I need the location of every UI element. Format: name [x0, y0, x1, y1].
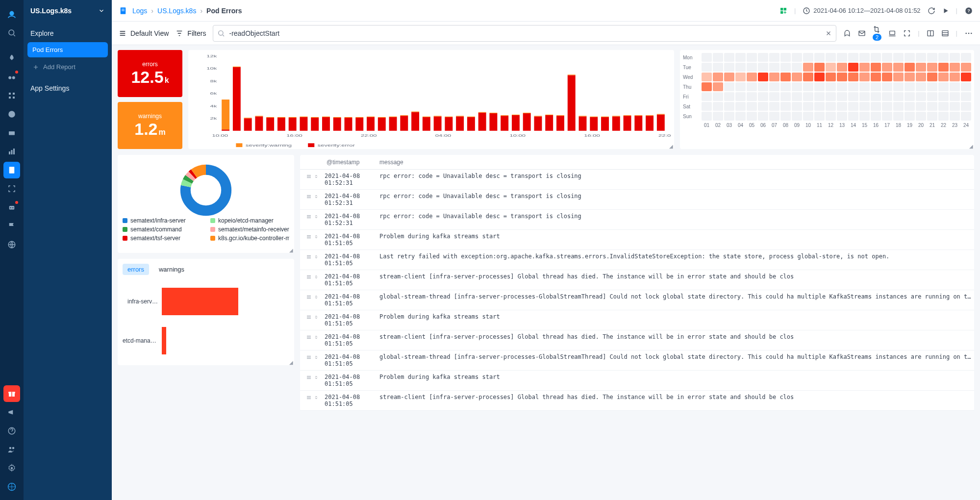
heatmap-cell[interactable]	[882, 92, 892, 101]
drag-icon[interactable]	[306, 375, 312, 380]
heatmap-cell[interactable]	[848, 102, 858, 111]
heatmap-cell[interactable]	[938, 73, 949, 81]
heatmap-cell[interactable]	[882, 63, 892, 72]
heatmap-cell[interactable]	[826, 82, 836, 91]
heatmap-cell[interactable]	[848, 112, 858, 121]
heatmap-cell[interactable]	[837, 102, 847, 111]
kpi-errors[interactable]: errors 12.5k	[118, 50, 182, 97]
heatmap-cell[interactable]	[837, 73, 847, 81]
heatmap-cell[interactable]	[905, 112, 915, 121]
legend-item[interactable]: sematext/command	[123, 226, 201, 233]
log-row[interactable]: 2021-04-0801:51:05 global-stream-thread …	[300, 350, 974, 371]
heatmap-cell[interactable]	[724, 73, 734, 81]
heatmap-cell[interactable]	[769, 82, 779, 91]
heatmap-cell[interactable]	[826, 92, 836, 101]
heatmap-cell[interactable]	[758, 53, 768, 62]
heatmap-cell[interactable]	[916, 73, 926, 81]
heatmap-cell[interactable]	[724, 53, 734, 62]
heatmap-cell[interactable]	[938, 82, 949, 91]
tab-warnings[interactable]: warnings	[154, 264, 189, 275]
heatmap-cell[interactable]	[882, 82, 892, 91]
heatmap-cell[interactable]	[724, 82, 734, 91]
heatmap-cell[interactable]	[893, 73, 904, 81]
play-icon[interactable]	[942, 7, 949, 14]
expand-icon[interactable]	[314, 234, 319, 240]
heatmap-cell[interactable]	[950, 53, 960, 62]
heatmap-cell[interactable]	[803, 53, 813, 62]
expand-icon[interactable]	[314, 254, 319, 260]
heatmap-cell[interactable]	[837, 63, 847, 72]
heatmap-cell[interactable]	[893, 82, 904, 91]
heatmap-cell[interactable]	[882, 102, 892, 111]
hbar-row[interactable]: infra-serv…	[123, 282, 289, 321]
heatmap-cell[interactable]	[735, 73, 746, 81]
heatmap-cell[interactable]	[826, 102, 836, 111]
fullscreen-icon[interactable]	[903, 29, 911, 37]
drag-icon[interactable]	[306, 314, 312, 320]
heatmap-cell[interactable]	[859, 102, 870, 111]
heatmap-cell[interactable]	[735, 92, 746, 101]
layout-list-icon[interactable]	[941, 29, 949, 37]
heatmap-cell[interactable]	[747, 92, 757, 101]
drag-icon[interactable]	[306, 174, 312, 179]
heatmap-cell[interactable]	[927, 102, 937, 111]
heatmap-cell[interactable]	[702, 73, 712, 81]
heatmap-cell[interactable]	[882, 53, 892, 62]
heatmap-cell[interactable]	[927, 53, 937, 62]
heatmap-cell[interactable]	[916, 53, 926, 62]
heatmap-cell[interactable]	[961, 63, 971, 72]
drag-icon[interactable]	[306, 254, 312, 260]
heatmap-cell[interactable]	[938, 102, 949, 111]
heatmap-cell[interactable]	[780, 73, 791, 81]
heatmap-cell[interactable]	[893, 92, 904, 101]
heatmap-cell[interactable]	[713, 112, 723, 121]
heatmap-cell[interactable]	[747, 112, 757, 121]
heatmap-cell[interactable]	[938, 92, 949, 101]
logo-icon[interactable]	[3, 6, 20, 23]
heatmap-cell[interactable]	[826, 63, 836, 72]
tab-errors[interactable]: errors	[123, 264, 149, 275]
mail-icon[interactable]	[858, 29, 866, 37]
heatmap-cell[interactable]	[848, 73, 858, 81]
heatmap-cell[interactable]	[769, 102, 779, 111]
resize-handle-icon[interactable]: ◢	[289, 360, 293, 365]
scan-icon[interactable]	[3, 180, 20, 197]
resize-handle-icon[interactable]: ◢	[289, 248, 293, 253]
heatmap-cell[interactable]	[702, 53, 712, 62]
heatmap-cell[interactable]	[803, 102, 813, 111]
heatmap-cell[interactable]	[905, 73, 915, 81]
drag-icon[interactable]	[306, 354, 312, 360]
drag-icon[interactable]	[306, 234, 312, 240]
col-timestamp[interactable]: @timestamp	[300, 159, 374, 166]
heatmap-cell[interactable]	[927, 82, 937, 91]
heatmap-cell[interactable]	[814, 92, 825, 101]
heatmap-cell[interactable]	[905, 63, 915, 72]
heatmap-cell[interactable]	[859, 92, 870, 101]
heatmap-cell[interactable]	[859, 63, 870, 72]
heatmap-cell[interactable]	[758, 92, 768, 101]
drag-icon[interactable]	[306, 395, 312, 400]
log-row[interactable]: 2021-04-0801:51:05 Problem during kafka …	[300, 230, 974, 250]
heatmap-cell[interactable]	[792, 112, 802, 121]
time-range-picker[interactable]: 2021-04-06 10:12—2021-04-08 01:52	[803, 7, 920, 15]
heatmap-cell[interactable]	[905, 92, 915, 101]
heatmap-cell[interactable]	[780, 63, 791, 72]
heatmap-cell[interactable]	[927, 73, 937, 81]
heatmap-cell[interactable]	[938, 63, 949, 72]
clear-search-icon[interactable]	[825, 30, 832, 37]
heatmap-cell[interactable]	[735, 102, 746, 111]
inbox-icon[interactable]	[3, 125, 20, 141]
logs-page-icon[interactable]	[3, 162, 20, 178]
heatmap-cell[interactable]	[713, 63, 723, 72]
heatmap-cell[interactable]	[747, 63, 757, 72]
flag-icon[interactable]	[3, 218, 20, 234]
heatmap-cell[interactable]	[713, 53, 723, 62]
heatmap-cell[interactable]	[950, 63, 960, 72]
hbar-row[interactable]: etcd-manag…	[123, 321, 289, 360]
filters-button[interactable]: Filters	[176, 29, 206, 37]
heatmap-cell[interactable]	[713, 82, 723, 91]
heatmap-cell[interactable]	[814, 63, 825, 72]
add-widget-icon[interactable]	[779, 7, 787, 15]
heatmap-cell[interactable]	[859, 53, 870, 62]
heatmap-cell[interactable]	[780, 112, 791, 121]
